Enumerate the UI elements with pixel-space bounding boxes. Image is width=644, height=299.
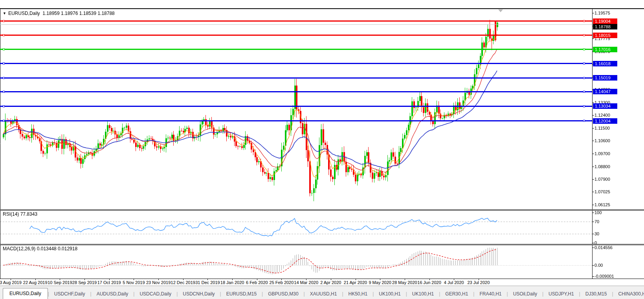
- price-level-line[interactable]: [0, 63, 592, 64]
- price-level-badge: 1.15019: [593, 75, 617, 81]
- price-level-line[interactable]: [0, 49, 592, 50]
- line-handle[interactable]: [3, 105, 5, 107]
- price-level-badge: 1.19004: [593, 18, 617, 24]
- time-axis-label: 25 Feb 2020: [270, 280, 294, 285]
- price-level-line[interactable]: [0, 35, 592, 36]
- time-axis-label: 4 Jul 2020: [444, 280, 464, 285]
- line-handle[interactable]: [583, 48, 585, 50]
- chart-tab-eurusd-daily[interactable]: EURUSD,Daily: [3, 288, 48, 299]
- line-handle[interactable]: [583, 77, 585, 79]
- price-chart-canvas[interactable]: [0, 0, 644, 299]
- line-handle[interactable]: [583, 62, 585, 64]
- time-axis-label: 23 Jul 2020: [467, 280, 490, 285]
- line-handle[interactable]: [3, 120, 5, 122]
- time-axis-label: 22 Aug 2019: [23, 280, 48, 285]
- rsi-axis-label: 70: [594, 219, 599, 224]
- time-axis-label: 12 Dec 2019: [171, 280, 195, 285]
- chart-tab-gbpusd-m30[interactable]: GBPUSD,M30: [263, 289, 303, 299]
- chart-tab-usdchf-daily[interactable]: USDCHF,Daily: [49, 289, 90, 299]
- chart-ohlc-values: 1.18959 1.18976 1.18539 1.18788: [42, 11, 115, 16]
- price-tick-label: 1.10600: [594, 138, 610, 143]
- chart-tab-dj30-m15[interactable]: DJ30,M15: [580, 289, 612, 299]
- line-handle[interactable]: [3, 77, 5, 79]
- line-handle[interactable]: [3, 20, 5, 22]
- chart-tab-usdjpy-h1[interactable]: USDJPY,H1: [543, 289, 579, 299]
- time-axis: 3 Aug 201922 Aug 201910 Sep 201928 Sep 2…: [0, 279, 644, 286]
- price-tick-label: 1.19575: [594, 11, 610, 15]
- time-axis-label: 6 Feb 2020: [246, 280, 268, 285]
- chart-tab-usdcnh-daily[interactable]: USDCNH,Daily: [178, 289, 220, 299]
- chart-title: ▼EURUSD,Daily 1.18959 1.18976 1.18539 1.…: [3, 11, 115, 16]
- macd-axis-label: 0.00: [594, 263, 603, 268]
- rsi-indicator-label: RSI(14) 77.8343: [3, 211, 37, 217]
- rsi-axis-label: 0: [594, 240, 597, 245]
- price-tick-label: 1.07025: [594, 189, 610, 194]
- chart-tab-china300-h4[interactable]: CHINA300,H4: [613, 289, 644, 299]
- chart-tab-xauusd-h1[interactable]: XAUUSD,H1: [305, 289, 342, 299]
- chart-tab-usoil-daily[interactable]: USOil,Daily: [508, 289, 542, 299]
- price-level-badge: 1.14047: [593, 89, 617, 94]
- bid-price-line: [0, 24, 592, 25]
- price-level-badge: 1.13034: [593, 103, 617, 109]
- time-axis-label: 5 Nov 2019: [123, 280, 145, 285]
- chart-tab-uk100-h1[interactable]: UK100,H1: [407, 289, 439, 299]
- line-handle[interactable]: [583, 20, 585, 22]
- price-tick-label: 1.11500: [594, 126, 610, 130]
- pane-splitter-rsi[interactable]: [0, 209, 644, 211]
- time-axis-label: 14 Mar 2020: [294, 280, 318, 285]
- chart-tab-uk100-h1[interactable]: UK100,H1: [374, 289, 405, 299]
- line-handle[interactable]: [583, 120, 585, 122]
- pane-splitter-macd[interactable]: [0, 244, 644, 245]
- line-handle[interactable]: [3, 91, 5, 93]
- time-axis-label: 3 Aug 2019: [0, 280, 22, 285]
- rsi-axis-label: 100: [594, 210, 602, 215]
- time-axis-label: 28 May 2020: [392, 280, 417, 285]
- price-tick-label: 1.09700: [594, 151, 610, 156]
- price-level-line[interactable]: [0, 20, 592, 22]
- chart-tab-hk50-h1[interactable]: HK50,H1: [343, 289, 373, 299]
- chart-frame-top: [0, 8, 644, 9]
- price-tick-label: 1.08800: [594, 164, 610, 169]
- chart-symbol-label: EURUSD,Daily: [8, 11, 40, 16]
- price-level-line[interactable]: [0, 91, 592, 92]
- line-handle[interactable]: [583, 34, 585, 36]
- current-price-badge: 1.18788: [593, 24, 617, 29]
- macd-axis-label: -0.009001: [594, 274, 614, 279]
- line-handle[interactable]: [3, 34, 5, 36]
- line-handle[interactable]: [3, 62, 5, 64]
- chart-tab-bar: EURUSD,Daily|USDCHF,Daily|AUDUSD,Daily|U…: [0, 286, 644, 299]
- time-axis-label: 9 May 2020: [369, 280, 391, 285]
- time-axis-label: 18 Jan 2020: [220, 280, 244, 285]
- macd-axis-label: 0.014556: [594, 245, 613, 250]
- macd-indicator-label: MACD(12,26,9) 0.013448 0.012918: [3, 246, 77, 251]
- price-level-badge: 1.12004: [593, 118, 617, 124]
- time-axis-label: 16 Jun 2020: [417, 280, 441, 285]
- chart-tab-usdcad-daily[interactable]: USDCAD,Daily: [134, 289, 176, 299]
- chart-dropdown-icon[interactable]: ▼: [3, 11, 6, 15]
- time-axis-label: 23 Nov 2019: [146, 280, 171, 285]
- time-axis-label: 28 Sep 2019: [72, 280, 97, 285]
- chart-tab-ger30-h1[interactable]: GER30,H1: [440, 289, 473, 299]
- chart-tab-fra40-h1[interactable]: FRA40,H1: [474, 289, 506, 299]
- chart-shift-marker-icon[interactable]: [498, 9, 503, 12]
- price-level-line[interactable]: [0, 77, 592, 79]
- time-axis-label: 17 Oct 2019: [97, 280, 121, 285]
- price-level-line[interactable]: [0, 106, 592, 107]
- price-level-badge: 1.16018: [593, 61, 617, 66]
- price-level-badge: 1.17016: [593, 47, 617, 52]
- rsi-axis-label: 30: [594, 231, 599, 236]
- time-axis-label: 10 Sep 2019: [48, 280, 72, 285]
- price-level-line[interactable]: [0, 120, 592, 121]
- time-axis-label: 2 Apr 2020: [320, 280, 341, 285]
- price-tick-label: 1.06125: [594, 202, 610, 207]
- chart-tab-audusd-daily[interactable]: AUDUSD,Daily: [92, 289, 134, 299]
- price-axis-line: [592, 8, 593, 279]
- line-handle[interactable]: [3, 48, 5, 50]
- time-axis-label: 31 Dec 2019: [195, 280, 220, 285]
- line-handle[interactable]: [583, 91, 585, 93]
- time-axis-label: 21 Apr 2020: [344, 280, 367, 285]
- trading-terminal-window: ▼ M1M5M15M30H1H4D1W1MN ▼EURUSD,Daily 1.1…: [0, 0, 644, 299]
- line-handle[interactable]: [583, 105, 585, 107]
- chart-tab-eurusd-m15[interactable]: EURUSD,M15: [221, 289, 262, 299]
- price-tick-label: 1.07900: [594, 177, 610, 182]
